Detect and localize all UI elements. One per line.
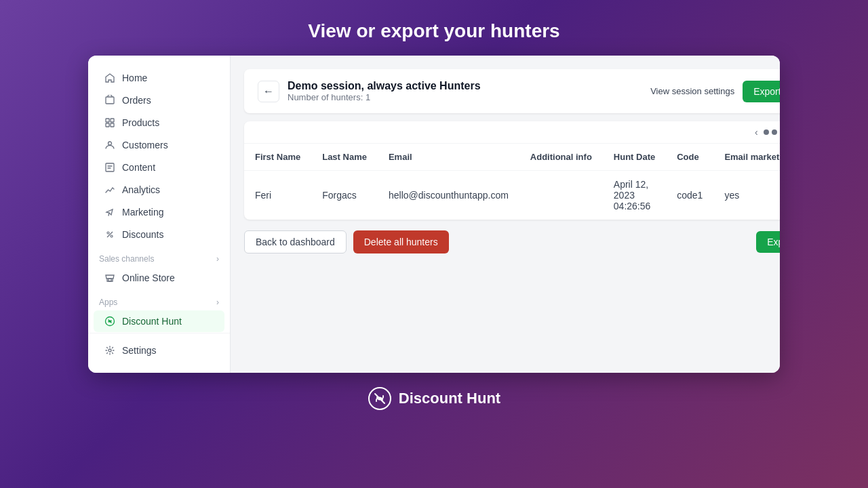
- hunters-table: First Name Last Name Email Additional in…: [244, 144, 780, 220]
- content-icon: [104, 162, 115, 173]
- cell-email: hello@discounthuntapp.com: [378, 171, 519, 220]
- svg-point-7: [107, 232, 109, 234]
- customers-icon: [104, 140, 115, 150]
- sidebar-item-orders-label: Orders: [122, 95, 151, 106]
- export-hunters-button-top[interactable]: Export hunters: [743, 81, 780, 102]
- table-body: Feri Forgacs hello@discounthuntapp.com A…: [244, 171, 780, 220]
- action-row: Back to dashboard Delete all hunters Exp…: [244, 230, 780, 253]
- sidebar-item-products-label: Products: [122, 117, 159, 128]
- col-last-name: Last Name: [311, 144, 378, 171]
- table-row: Feri Forgacs hello@discounthuntapp.com A…: [244, 171, 780, 220]
- svg-point-5: [108, 142, 112, 145]
- sidebar: Home Orders: [88, 56, 231, 373]
- sidebar-item-discounts[interactable]: Discounts: [94, 224, 224, 245]
- export-hunters-button-bottom[interactable]: Export hunters: [756, 231, 780, 253]
- analytics-icon: [104, 184, 115, 195]
- sidebar-item-analytics-label: Analytics: [122, 184, 160, 195]
- cell-code: code1: [666, 171, 713, 220]
- apps-section: Apps ›: [88, 289, 230, 310]
- sidebar-item-home-label: Home: [122, 73, 147, 83]
- svg-point-8: [111, 235, 113, 237]
- svg-rect-4: [111, 123, 114, 127]
- cell-hunt-date: April 12, 2023 04:26:56: [603, 171, 666, 220]
- hunters-count: Number of hunters: 1: [288, 92, 481, 102]
- settings-icon: [104, 345, 115, 356]
- sidebar-item-discounts-label: Discounts: [122, 229, 163, 240]
- sidebar-item-online-store[interactable]: Online Store: [94, 267, 224, 289]
- dot-1: [764, 129, 769, 135]
- page-title: View or export your hunters: [308, 20, 559, 42]
- col-email: Email: [378, 144, 519, 171]
- footer-brand-label: Discount Hunt: [399, 390, 500, 407]
- store-icon: [104, 272, 115, 283]
- products-icon: [104, 117, 115, 128]
- sidebar-item-analytics[interactable]: Analytics: [94, 179, 224, 201]
- pagination-prev-arrow[interactable]: ‹: [752, 127, 761, 138]
- svg-rect-2: [111, 119, 114, 122]
- col-code: Code: [666, 144, 713, 171]
- sidebar-item-orders[interactable]: Orders: [94, 89, 224, 111]
- svg-rect-0: [106, 97, 114, 104]
- sidebar-footer: Settings: [88, 333, 230, 362]
- hunters-table-container: ‹ › First Name Last Name Email Additiona…: [244, 121, 780, 220]
- col-email-marketing-consent: Email marketing consent: [713, 144, 780, 171]
- orders-icon: [104, 95, 115, 106]
- main-content: ← Demo session, always active Hunters Nu…: [231, 56, 780, 373]
- action-row-left: Back to dashboard Delete all hunters: [244, 230, 449, 253]
- svg-rect-3: [106, 123, 109, 127]
- dot-2: [772, 129, 777, 135]
- sidebar-item-online-store-label: Online Store: [122, 272, 175, 283]
- main-container: Home Orders: [88, 56, 780, 373]
- back-dashboard-button[interactable]: Back to dashboard: [244, 230, 347, 253]
- sidebar-item-marketing-label: Marketing: [122, 207, 163, 218]
- delete-all-hunters-button[interactable]: Delete all hunters: [353, 230, 449, 253]
- svg-rect-9: [108, 279, 111, 281]
- session-info: Demo session, always active Hunters Numb…: [288, 80, 481, 102]
- cell-first-name: Feri: [244, 171, 311, 220]
- sidebar-item-home[interactable]: Home: [94, 67, 224, 89]
- sidebar-item-products[interactable]: Products: [94, 112, 224, 134]
- session-title: Demo session, always active Hunters: [288, 80, 481, 92]
- svg-rect-1: [106, 119, 109, 122]
- sidebar-item-discount-hunt[interactable]: Discount Hunt: [94, 310, 224, 332]
- home-icon: [104, 73, 115, 83]
- svg-rect-6: [106, 163, 114, 171]
- sales-channels-section: Sales channels ›: [88, 246, 230, 266]
- back-arrow-icon: ←: [263, 85, 274, 98]
- discounts-icon: [104, 229, 115, 240]
- session-header-left: ← Demo session, always active Hunters Nu…: [258, 80, 481, 102]
- discount-hunt-icon: [104, 316, 115, 327]
- view-session-settings-link[interactable]: View session settings: [650, 86, 734, 96]
- back-button[interactable]: ←: [258, 81, 279, 102]
- cell-email-marketing-consent: yes: [713, 171, 780, 220]
- cell-last-name: Forgacs: [311, 171, 378, 220]
- cell-additional-info: [519, 171, 603, 220]
- col-first-name: First Name: [244, 144, 311, 171]
- sidebar-nav: Home Orders: [88, 66, 230, 333]
- col-hunt-date: Hunt Date: [603, 144, 666, 171]
- footer-brand: Discount Hunt: [368, 386, 500, 411]
- sidebar-item-discount-hunt-label: Discount Hunt: [122, 316, 182, 327]
- marketing-icon: [104, 207, 115, 218]
- sidebar-item-settings-label: Settings: [122, 345, 157, 356]
- sales-channels-arrow: ›: [216, 254, 219, 264]
- sidebar-item-marketing[interactable]: Marketing: [94, 201, 224, 223]
- sidebar-item-customers-label: Customers: [122, 140, 168, 150]
- sidebar-item-customers[interactable]: Customers: [94, 134, 224, 156]
- pagination-dots: ‹ ›: [244, 121, 780, 144]
- session-header: ← Demo session, always active Hunters Nu…: [244, 69, 780, 113]
- sidebar-item-content[interactable]: Content: [94, 157, 224, 178]
- apps-arrow: ›: [216, 298, 219, 307]
- session-header-right: View session settings Export hunters: [650, 81, 780, 102]
- svg-point-11: [108, 349, 111, 352]
- sidebar-item-content-label: Content: [122, 162, 155, 173]
- sidebar-item-settings[interactable]: Settings: [94, 340, 224, 361]
- footer-discount-hunt-icon: [368, 386, 392, 411]
- col-additional-info: Additional info: [519, 144, 603, 171]
- table-head: First Name Last Name Email Additional in…: [244, 144, 780, 171]
